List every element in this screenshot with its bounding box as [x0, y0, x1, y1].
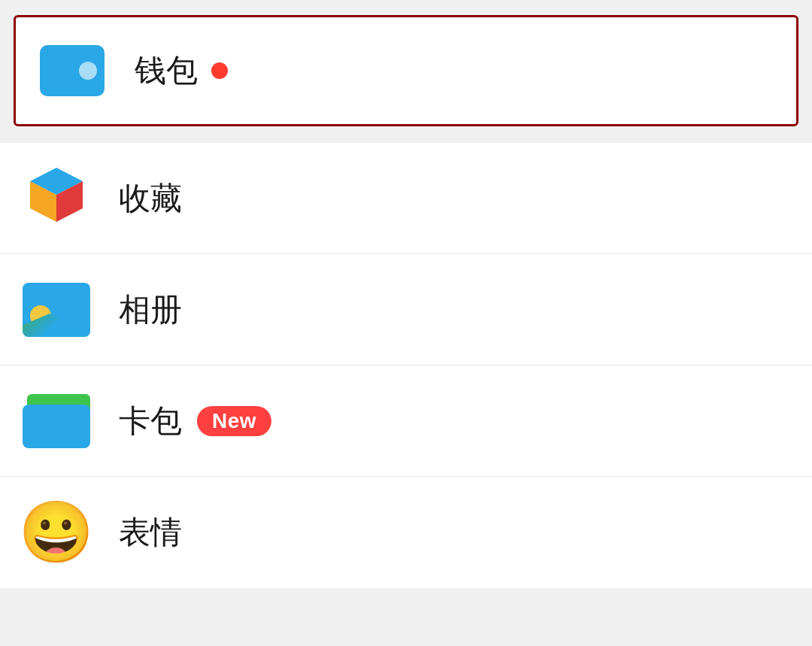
- album-icon-wrapper: [23, 276, 90, 344]
- cardwallet-item[interactable]: 卡包 New: [0, 365, 812, 477]
- album-icon: [23, 283, 90, 337]
- wallet-label: 钱包: [135, 50, 198, 92]
- favorites-label: 收藏: [119, 177, 182, 220]
- new-badge: New: [197, 406, 271, 436]
- menu-list: 收藏 相册 卡包 New 😀 表情: [0, 143, 812, 588]
- favorites-item[interactable]: 收藏: [0, 143, 812, 254]
- cardwallet-icon: [23, 394, 90, 448]
- notification-dot: [211, 62, 228, 79]
- cardwallet-icon-wrapper: [23, 387, 90, 455]
- emoji-icon: 😀: [19, 502, 94, 563]
- wallet-icon-wrapper: [38, 37, 106, 105]
- emoji-label: 表情: [119, 511, 182, 553]
- emoji-icon-wrapper: 😀: [23, 499, 90, 566]
- album-item[interactable]: 相册: [0, 254, 812, 365]
- favorites-icon-wrapper: [23, 165, 90, 232]
- album-label: 相册: [119, 289, 182, 331]
- emoji-item[interactable]: 😀 表情: [0, 477, 812, 588]
- wallet-icon: [40, 45, 105, 96]
- wallet-item[interactable]: 钱包: [14, 15, 798, 126]
- cube-icon: [24, 165, 89, 232]
- cardwallet-label: 卡包: [119, 400, 182, 442]
